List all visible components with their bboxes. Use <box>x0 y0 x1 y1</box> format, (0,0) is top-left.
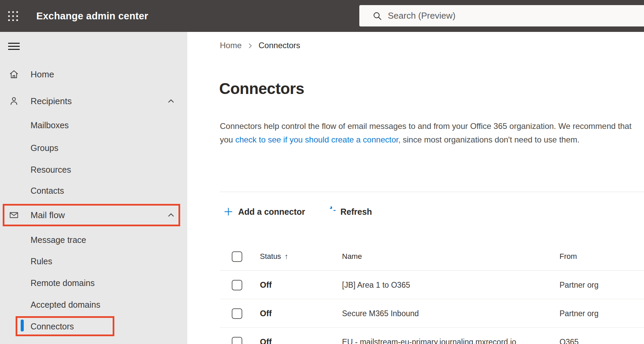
table-row[interactable]: Off EU - mailstream-eu-primary.journalin… <box>220 328 644 344</box>
connector-name[interactable]: Secure M365 Inbound <box>342 309 419 318</box>
select-all-checkbox[interactable] <box>232 251 242 262</box>
hamburger-menu-icon[interactable] <box>8 43 20 50</box>
row-checkbox[interactable] <box>232 308 242 319</box>
sidebar-item-recipients[interactable]: Recipients <box>0 90 187 112</box>
breadcrumb-home-link[interactable]: Home <box>220 41 242 50</box>
sidebar-item-connectors[interactable]: Connectors <box>0 316 187 337</box>
column-header-name[interactable]: Name <box>342 252 362 261</box>
search-input[interactable] <box>388 11 591 21</box>
main-content: Home Connectors Connectors Connectors he… <box>187 32 644 344</box>
table-header-row: Status↑ Name From <box>220 242 644 271</box>
toolbar-top-divider <box>220 192 644 192</box>
sidebar-item-mail-flow[interactable]: Mail flow <box>0 204 187 226</box>
home-icon <box>9 69 19 79</box>
chevron-up-icon[interactable] <box>166 96 176 107</box>
sidebar-item-accepted-domains[interactable]: Accepted domains <box>0 294 187 316</box>
description-text: since most organizations don't need to u… <box>400 135 580 144</box>
column-header-status[interactable]: Status↑ <box>260 252 288 261</box>
connector-status: Off <box>260 337 272 344</box>
search-icon <box>372 11 382 21</box>
create-connector-link[interactable]: check to see if you should create a conn… <box>235 135 400 144</box>
sort-ascending-icon: ↑ <box>284 252 288 261</box>
sidebar-item-mailboxes[interactable]: Mailboxes <box>0 114 187 136</box>
plus-icon <box>223 207 233 217</box>
global-search[interactable] <box>359 5 644 26</box>
command-bar: Add a connector Refresh <box>223 204 372 219</box>
sidebar-item-groups[interactable]: Groups <box>0 137 187 159</box>
sidebar-item-home[interactable]: Home <box>0 63 187 85</box>
page-title: Connectors <box>219 79 304 98</box>
sidebar-item-resources[interactable]: Resources <box>0 159 187 180</box>
row-checkbox[interactable] <box>232 280 242 290</box>
connector-from: Partner org <box>560 309 599 318</box>
sidebar-item-message-trace[interactable]: Message trace <box>0 229 187 251</box>
refresh-icon <box>325 206 336 217</box>
row-checkbox[interactable] <box>232 337 242 344</box>
app-launcher-icon[interactable] <box>8 11 18 21</box>
sidebar-item-rules[interactable]: Rules <box>0 250 187 272</box>
refresh-button[interactable]: Refresh <box>325 206 372 217</box>
table-row[interactable]: Off Secure M365 Inbound Partner org <box>220 299 644 328</box>
connector-status: Off <box>260 309 272 318</box>
person-icon <box>9 96 19 106</box>
sidebar-item-remote-domains[interactable]: Remote domains <box>0 272 187 294</box>
chevron-up-icon[interactable] <box>166 210 176 221</box>
app-title: Exchange admin center <box>36 0 148 32</box>
breadcrumb-separator-icon <box>246 42 254 50</box>
selected-item-indicator <box>21 320 24 331</box>
breadcrumb-current: Connectors <box>259 41 300 50</box>
table-row[interactable]: Off [JB] Area 1 to O365 Partner org <box>220 271 644 299</box>
connector-status: Off <box>260 280 272 290</box>
connector-from: Partner org <box>560 280 599 289</box>
left-navigation: Home Recipients Mailboxes Groups Resourc… <box>0 32 187 344</box>
sidebar-item-contacts[interactable]: Contacts <box>0 180 187 202</box>
add-connector-button[interactable]: Add a connector <box>223 207 305 217</box>
page-description: Connectors help control the flow of emai… <box>220 119 641 147</box>
column-header-from[interactable]: From <box>560 252 577 261</box>
connector-name[interactable]: [JB] Area 1 to O365 <box>342 280 410 289</box>
top-app-bar: Exchange admin center <box>0 0 644 32</box>
mail-icon <box>9 210 19 220</box>
breadcrumb: Home Connectors <box>220 39 300 52</box>
connector-name[interactable]: EU - mailstream-eu-primary.journaling.mx… <box>342 338 516 344</box>
connector-from: O365 <box>560 338 579 344</box>
